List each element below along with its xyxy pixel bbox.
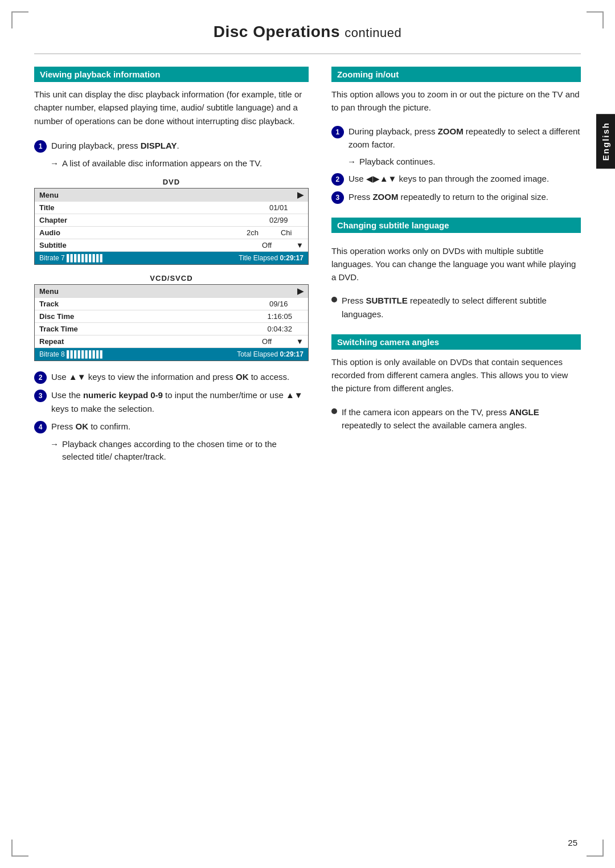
camera-body: This option is only available on DVDs th… [331,355,581,395]
step-number-3: 3 [34,390,47,402]
vcd-table: Menu ▶ Track 09/16 Disc Time 1:16:05 Tra… [34,284,309,361]
subtitle-header: Changing subtitle language [331,218,581,233]
camera-header: Switching camera angles [331,334,581,350]
dvd-audio-row: Audio 2ch Chi [35,227,308,239]
step-4-arrow: Playback changes according to the chosen… [50,438,309,464]
camera-bullet-dot [331,408,337,414]
left-step-3: 3 Use the numeric keypad 0-9 to input th… [34,388,309,415]
page-container: Disc Operations continued Viewing playba… [0,0,615,868]
left-step-1: 1 During playback, press DISPLAY. [34,139,309,153]
zoom-step-num-2: 2 [331,173,344,186]
zoom-step-3: 3 Press ZOOM repeatedly to return to the… [331,190,581,204]
left-step-2: 2 Use ▲▼ keys to view the information an… [34,370,309,384]
step-number-4: 4 [34,421,47,433]
camera-bullet-text: If the camera icon appears on the TV, pr… [342,406,581,432]
zoom-step-2: 2 Use ◀▶▲▼ keys to pan through the zoome… [331,172,581,186]
dvd-bitrate-row: Bitrate 7 ▌▌▌▌▌▌▌▌▌▌ Title Elapsed 0:29:… [35,252,308,264]
subtitle-bullet: Press SUBTITLE repeatedly to select diff… [331,294,581,321]
vcd-tracktime-row: Track Time 0:04:32 [35,323,308,335]
subtitle-bullet-text: Press SUBTITLE repeatedly to select diff… [342,294,581,321]
page-number: 25 [568,838,577,847]
step-number-2: 2 [34,371,47,384]
vcd-label: VCD/SVCD [34,274,309,282]
dvd-table: Menu ▶ Title 01/01 Chapter 02/99 Audio 2… [34,188,309,265]
vcd-menu-row: Menu ▶ [35,285,308,298]
zoom-step-1-content: During playback, press ZOOM repeatedly t… [348,125,581,152]
dvd-subtitle-row: Subtitle Off ▼ [35,239,308,252]
zoom-step-1-arrow: Playback continues. [347,155,581,169]
page-title: Disc Operations continued [34,23,581,41]
vcd-disctime-row: Disc Time 1:16:05 [35,310,308,323]
zoom-step-num-3: 3 [331,191,344,204]
bullet-dot [331,297,337,302]
step-1-content: During playback, press DISPLAY. [51,139,309,152]
zoom-step-1: 1 During playback, press ZOOM repeatedly… [331,125,581,152]
title-divider [34,54,581,54]
step-4-content: Press OK to confirm. [51,420,309,433]
step-number-1: 1 [34,140,47,153]
zoom-step-3-content: Press ZOOM repeatedly to return to the o… [348,190,581,203]
left-step-4: 4 Press OK to confirm. [34,420,309,433]
vcd-repeat-row: Repeat Off ▼ [35,335,308,348]
zooming-header: Zooming in/out [331,67,581,82]
zoom-step-num-1: 1 [331,126,344,138]
vcd-bitrate-row: Bitrate 8 ▌▌▌▌▌▌▌▌▌▌ Total Elapsed 0:29:… [35,348,308,361]
content-columns: Viewing playback information This unit c… [34,67,581,466]
right-column: Zooming in/out This option allows you to… [331,67,581,466]
step-1-arrow: A list of available disc information app… [50,157,309,170]
zooming-body: This option allows you to zoom in or out… [331,88,581,114]
viewing-playback-body: This unit can display the disc playback … [34,88,309,128]
dvd-label: DVD [34,178,309,186]
dvd-title-row: Title 01/01 [35,202,308,214]
dvd-menu-row: Menu ▶ [35,189,308,202]
subtitle-body: This operation works only on DVDs with m… [331,244,581,284]
step-3-content: Use the numeric keypad 0-9 to input the … [51,388,309,415]
vcd-track-row: Track 09/16 [35,298,308,310]
zoom-step-2-content: Use ◀▶▲▼ keys to pan through the zoomed … [348,172,581,185]
dvd-chapter-row: Chapter 02/99 [35,214,308,227]
camera-bullet: If the camera icon appears on the TV, pr… [331,406,581,432]
left-column: Viewing playback information This unit c… [34,67,309,466]
viewing-playback-header: Viewing playback information [34,67,309,82]
step-2-content: Use ▲▼ keys to view the information and … [51,370,309,383]
